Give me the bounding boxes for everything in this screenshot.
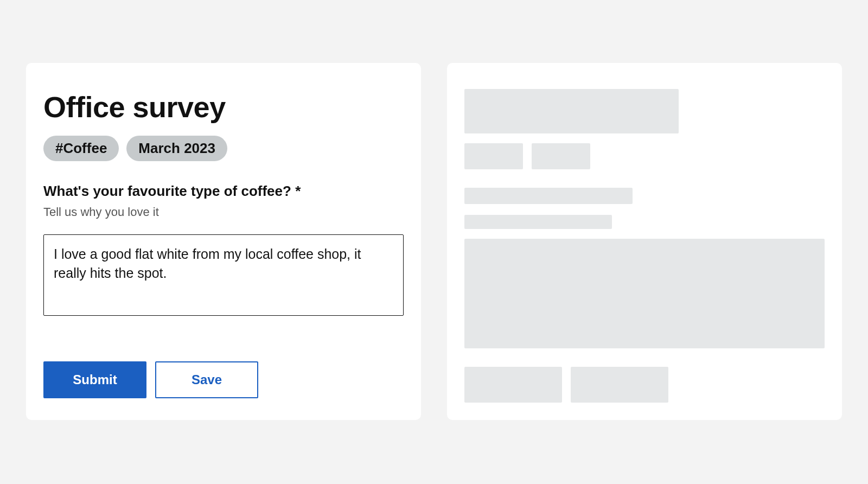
- skeleton-tag: [532, 143, 590, 169]
- skeleton-tag: [464, 143, 523, 169]
- skeleton-button: [571, 367, 668, 403]
- answer-textarea[interactable]: [43, 234, 404, 316]
- skeleton-tags: [464, 143, 825, 169]
- page-title: Office survey: [43, 90, 404, 124]
- tag-coffee[interactable]: #Coffee: [43, 136, 119, 161]
- question-label: What's your favourite type of coffee? *: [43, 183, 404, 200]
- skeleton-textarea: [464, 239, 825, 348]
- button-row: Submit Save: [43, 361, 404, 398]
- tag-row: #Coffee March 2023: [43, 136, 404, 161]
- skeleton-title: [464, 89, 679, 133]
- skeleton-hint: [464, 215, 612, 229]
- skeleton-button: [464, 367, 562, 403]
- save-button[interactable]: Save: [155, 361, 258, 398]
- skeleton-question: [464, 188, 633, 204]
- tag-date[interactable]: March 2023: [126, 136, 227, 161]
- survey-card: Office survey #Coffee March 2023 What's …: [26, 63, 421, 420]
- skeleton-buttons: [464, 367, 825, 403]
- submit-button[interactable]: Submit: [43, 361, 146, 398]
- question-hint: Tell us why you love it: [43, 205, 404, 219]
- skeleton-card: [447, 63, 842, 420]
- layout-container: Office survey #Coffee March 2023 What's …: [26, 63, 842, 420]
